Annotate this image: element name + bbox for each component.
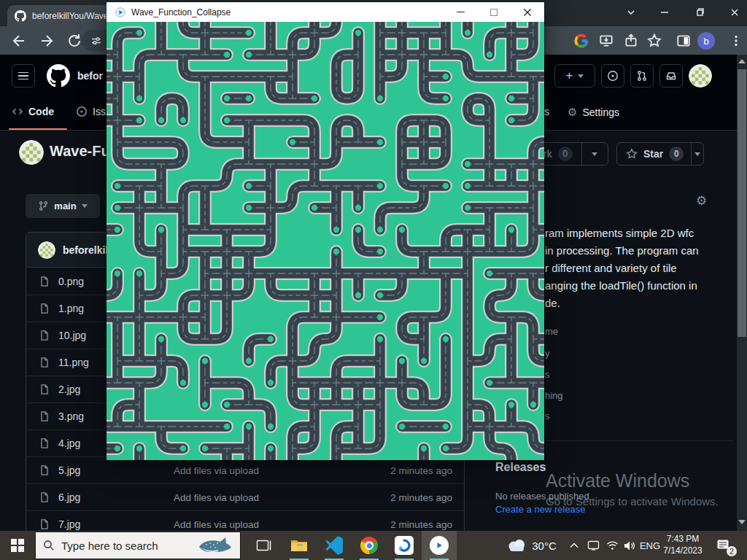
wfc-title-bar[interactable]: Wave_Function_Collapse <box>107 2 544 22</box>
fork-caret-icon[interactable] <box>592 152 597 156</box>
inbox-icon[interactable] <box>659 64 683 88</box>
speaker-icon <box>624 540 636 551</box>
active-tab-underline <box>9 128 67 130</box>
github-logo-icon[interactable] <box>47 64 70 88</box>
hamburger-menu-icon[interactable] <box>12 64 35 88</box>
whale-shark-graphic <box>196 536 233 555</box>
wfc-close-icon[interactable] <box>511 2 544 22</box>
side-panel-icon[interactable] <box>676 33 692 49</box>
commit-message[interactable]: Add files via upload <box>174 465 259 476</box>
google-icon[interactable] <box>573 33 589 49</box>
wifi-button[interactable] <box>603 531 622 560</box>
commit-message[interactable]: Add files via upload <box>174 519 259 530</box>
running-sketch-button[interactable] <box>422 531 457 560</box>
browser-restore-icon[interactable] <box>689 3 711 22</box>
sketch-app-icon <box>115 7 125 18</box>
tab-search-chevron-icon[interactable] <box>620 3 642 22</box>
file-name[interactable]: 11.png <box>58 357 89 368</box>
clock[interactable]: 7:43 PM 7/14/2023 <box>659 531 706 560</box>
reload-icon[interactable] <box>66 32 83 50</box>
tablet-mode-button[interactable] <box>584 531 603 560</box>
forks-link-fragment[interactable]: s <box>545 411 550 421</box>
file-name[interactable]: 5.jpg <box>58 464 80 476</box>
browser-profile-avatar[interactable]: b <box>697 32 715 50</box>
site-settings-icon <box>90 35 102 47</box>
taskbar-search[interactable]: Type here to search <box>35 532 241 559</box>
watching-link-fragment[interactable]: hing <box>545 390 563 401</box>
weather-button[interactable] <box>503 531 530 560</box>
tray-expand-button[interactable] <box>565 531 584 560</box>
commit-author-avatar[interactable] <box>38 241 55 259</box>
wfc-maximize-icon[interactable] <box>477 2 511 22</box>
kebab-menu-icon[interactable] <box>728 33 744 49</box>
tab-title: beforelkillYou/Wave <box>32 11 109 21</box>
table-row[interactable]: 7.jpg Add files via upload 2 minutes ago <box>26 510 464 531</box>
start-button[interactable] <box>0 531 35 560</box>
forward-icon[interactable] <box>38 32 55 50</box>
commit-author[interactable]: beforelkill <box>63 244 111 256</box>
wfc-canvas <box>107 22 544 460</box>
temperature-text[interactable]: 30°C <box>528 531 560 560</box>
file-name[interactable]: 3.png <box>58 411 84 422</box>
notification-center-button[interactable]: 2 <box>709 531 738 560</box>
star-caret-icon[interactable] <box>694 152 700 156</box>
tab-settings[interactable]: ⚙ Settings <box>568 106 619 119</box>
about-text-line: r different and variety of tile <box>545 262 677 274</box>
file-explorer-icon <box>290 536 309 555</box>
file-icon <box>39 411 50 422</box>
running-sketch-icon <box>430 536 449 555</box>
file-name[interactable]: 0.png <box>58 276 84 287</box>
desktop: beforelkillYou/Wave g <box>0 0 747 560</box>
tab-issues[interactable]: Iss <box>76 106 106 117</box>
volume-button[interactable] <box>620 531 639 560</box>
about-text-line: de. <box>545 297 560 309</box>
user-avatar[interactable] <box>689 64 712 88</box>
file-name[interactable]: 4.jpg <box>58 438 80 449</box>
file-explorer-button[interactable] <box>282 531 317 560</box>
file-name[interactable]: 1.png <box>58 303 84 314</box>
install-icon[interactable] <box>598 33 614 49</box>
file-icon <box>39 303 50 314</box>
breadcrumb[interactable]: befor <box>77 70 103 82</box>
file-name[interactable]: 2.jpg <box>58 384 80 395</box>
browser-close-icon[interactable] <box>724 3 746 22</box>
stars-link-fragment[interactable]: s <box>545 369 550 380</box>
tablet-icon <box>587 540 600 551</box>
star-button[interactable]: Star 0 <box>616 142 704 166</box>
back-icon[interactable] <box>10 32 28 50</box>
file-name[interactable]: 6.jpg <box>58 491 80 503</box>
about-gear-icon[interactable]: ⚙ <box>696 193 707 209</box>
table-row[interactable]: 6.jpg Add files via upload 2 minutes ago <box>26 483 464 510</box>
about-text-line: in processing. The program can <box>545 244 699 257</box>
readme-link-fragment[interactable]: me <box>545 326 558 337</box>
chrome-button[interactable] <box>352 531 387 560</box>
task-view-icon <box>256 539 272 552</box>
table-row[interactable]: 5.jpg Add files via upload 2 minutes ago <box>26 456 464 483</box>
task-view-button[interactable] <box>248 531 280 560</box>
scrollbar-thumb[interactable] <box>738 69 746 337</box>
create-new-button[interactable]: + <box>554 64 595 88</box>
about-text-line: anging the loadTile() function in <box>545 279 697 292</box>
scroll-down-icon[interactable] <box>738 520 746 524</box>
bookmark-star-icon[interactable] <box>646 33 662 49</box>
file-icon <box>39 384 50 395</box>
language-indicator[interactable]: ENG <box>639 531 661 560</box>
processing-ide-button[interactable] <box>387 531 422 560</box>
share-icon[interactable] <box>623 33 639 49</box>
branch-selector[interactable]: main <box>26 194 100 218</box>
scroll-up-icon[interactable] <box>738 59 746 63</box>
commit-message[interactable]: Add files via upload <box>174 492 259 503</box>
commit-time: 2 minutes ago <box>390 465 452 476</box>
file-name[interactable]: 7.jpg <box>58 518 80 530</box>
file-name[interactable]: 10.jpg <box>58 330 86 341</box>
issues-icon[interactable] <box>601 64 624 88</box>
pull-request-icon[interactable] <box>630 64 654 88</box>
file-icon <box>39 438 50 449</box>
page-scrollbar[interactable] <box>737 55 747 531</box>
browser-minimize-icon[interactable] <box>654 3 676 22</box>
tab-code[interactable]: Code <box>12 106 54 117</box>
activity-link-fragment[interactable]: y <box>545 348 550 359</box>
wfc-minimize-icon[interactable] <box>444 2 477 22</box>
file-icon <box>39 491 50 503</box>
vscode-button[interactable] <box>317 531 352 560</box>
